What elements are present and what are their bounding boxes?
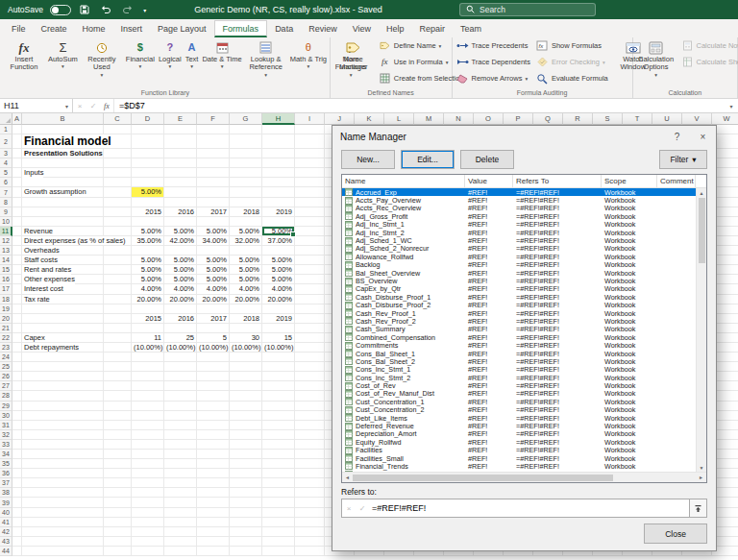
- cell-I31[interactable]: [295, 421, 325, 430]
- cell-I2[interactable]: [295, 134, 325, 149]
- column-header-scope[interactable]: Scope: [602, 175, 657, 187]
- cell-A24[interactable]: [12, 353, 22, 362]
- cell-C23[interactable]: [104, 343, 132, 353]
- row-header-24[interactable]: 24: [0, 353, 12, 362]
- cell-B11[interactable]: Revenue: [22, 227, 104, 236]
- cell-F7[interactable]: [197, 187, 230, 197]
- formula-input[interactable]: =$D$7: [113, 99, 725, 112]
- row-header-34[interactable]: 34: [0, 450, 12, 459]
- cell-D39[interactable]: [132, 498, 164, 507]
- cell-B22[interactable]: Capex: [22, 333, 104, 343]
- cell-C38[interactable]: [104, 488, 132, 498]
- cell-A2[interactable]: [12, 134, 22, 149]
- cell-G4[interactable]: [230, 158, 262, 168]
- cell-A1[interactable]: [12, 125, 22, 134]
- cell-I41[interactable]: [295, 518, 325, 527]
- cell-B12[interactable]: Direct expenses (as % of sales): [22, 236, 104, 246]
- cell-I1[interactable]: [295, 125, 325, 134]
- cell-H15[interactable]: 5.00%: [262, 265, 295, 275]
- cell-I26[interactable]: [295, 372, 325, 381]
- cell-A14[interactable]: [12, 256, 22, 265]
- cell-A30[interactable]: [12, 411, 22, 421]
- column-header-value[interactable]: Value: [465, 175, 513, 187]
- cell-A9[interactable]: [12, 207, 22, 217]
- cell-B41[interactable]: [22, 518, 104, 527]
- cell-D36[interactable]: [132, 469, 164, 478]
- row-header-8[interactable]: 8: [0, 198, 12, 207]
- trace-precedents-button[interactable]: Trace Precedents: [454, 37, 533, 54]
- cell-G41[interactable]: [230, 518, 262, 527]
- cell-C36[interactable]: [104, 469, 132, 478]
- cell-I42[interactable]: [295, 527, 325, 537]
- cell-A36[interactable]: [12, 469, 22, 478]
- cell-A23[interactable]: [12, 343, 22, 353]
- cell-E34[interactable]: [164, 450, 197, 459]
- cell-F28[interactable]: [197, 391, 230, 401]
- cell-E24[interactable]: [164, 353, 197, 362]
- cell-D32[interactable]: [132, 430, 164, 440]
- close-button[interactable]: Close: [644, 523, 707, 544]
- cell-G29[interactable]: [230, 402, 262, 411]
- cell-I24[interactable]: [295, 353, 325, 362]
- cell-A25[interactable]: [12, 362, 22, 372]
- row-header-5[interactable]: 5: [0, 168, 12, 178]
- cell-I14[interactable]: [295, 256, 325, 265]
- cell-D19[interactable]: [132, 304, 164, 314]
- cell-B4[interactable]: [22, 158, 104, 168]
- cell-C42[interactable]: [104, 527, 132, 537]
- cell-H34[interactable]: [262, 450, 295, 459]
- cell-F20[interactable]: 2017: [197, 314, 230, 324]
- cell-H25[interactable]: [262, 362, 295, 372]
- cell-F30[interactable]: [197, 411, 230, 421]
- cell-B29[interactable]: [22, 402, 104, 411]
- quick-access-dropdown-icon[interactable]: ▾: [141, 7, 149, 13]
- row-header-4[interactable]: 4: [0, 158, 12, 168]
- cell-A26[interactable]: [12, 372, 22, 381]
- row-header-32[interactable]: 32: [0, 430, 12, 440]
- cell-C35[interactable]: [104, 459, 132, 469]
- cell-H8[interactable]: [262, 198, 295, 207]
- cell-I6[interactable]: [295, 178, 325, 187]
- cell-F5[interactable]: [197, 168, 230, 178]
- cell-I34[interactable]: [295, 450, 325, 459]
- cell-E9[interactable]: 2016: [164, 207, 197, 217]
- cell-H5[interactable]: [262, 168, 295, 178]
- cell-I28[interactable]: [295, 391, 325, 401]
- cell-C7[interactable]: [104, 187, 132, 197]
- cell-D29[interactable]: [132, 402, 164, 411]
- column-header-B[interactable]: B: [22, 113, 104, 125]
- cell-D33[interactable]: [132, 440, 164, 450]
- cell-D16[interactable]: 5.00%: [132, 275, 164, 284]
- row-header-22[interactable]: 22: [0, 333, 12, 343]
- redo-button[interactable]: [120, 2, 135, 17]
- cell-B14[interactable]: Staff costs: [22, 256, 104, 265]
- cell-A18[interactable]: [12, 295, 22, 304]
- cell-H10[interactable]: [262, 217, 295, 227]
- row-header-17[interactable]: 17: [0, 284, 12, 294]
- cell-H14[interactable]: 5.00%: [262, 256, 295, 265]
- cell-E27[interactable]: [164, 381, 197, 391]
- cell-G10[interactable]: [230, 217, 262, 227]
- cell-C33[interactable]: [104, 440, 132, 450]
- cell-H3[interactable]: [262, 149, 295, 158]
- cell-F41[interactable]: [197, 518, 230, 527]
- cell-I22[interactable]: [295, 333, 325, 343]
- cell-D18[interactable]: 20.00%: [132, 295, 164, 304]
- cell-H4[interactable]: [262, 158, 295, 168]
- cell-C11[interactable]: [104, 227, 132, 236]
- cell-I8[interactable]: [295, 198, 325, 207]
- cell-E18[interactable]: 20.00%: [164, 295, 197, 304]
- column-header-Q[interactable]: Q: [533, 113, 563, 125]
- cell-G31[interactable]: [230, 421, 262, 430]
- cell-C41[interactable]: [104, 518, 132, 527]
- cell-E1[interactable]: [164, 125, 197, 134]
- column-header-I[interactable]: I: [295, 113, 325, 125]
- cell-A17[interactable]: [12, 284, 22, 294]
- cell-G39[interactable]: [230, 498, 262, 507]
- cell-D12[interactable]: 35.00%: [132, 236, 164, 246]
- cell-G14[interactable]: 5.00%: [230, 256, 262, 265]
- cell-F24[interactable]: [197, 353, 230, 362]
- column-header-D[interactable]: D: [132, 113, 164, 125]
- cell-C37[interactable]: [104, 478, 132, 488]
- cell-D11[interactable]: 5.00%: [132, 227, 164, 236]
